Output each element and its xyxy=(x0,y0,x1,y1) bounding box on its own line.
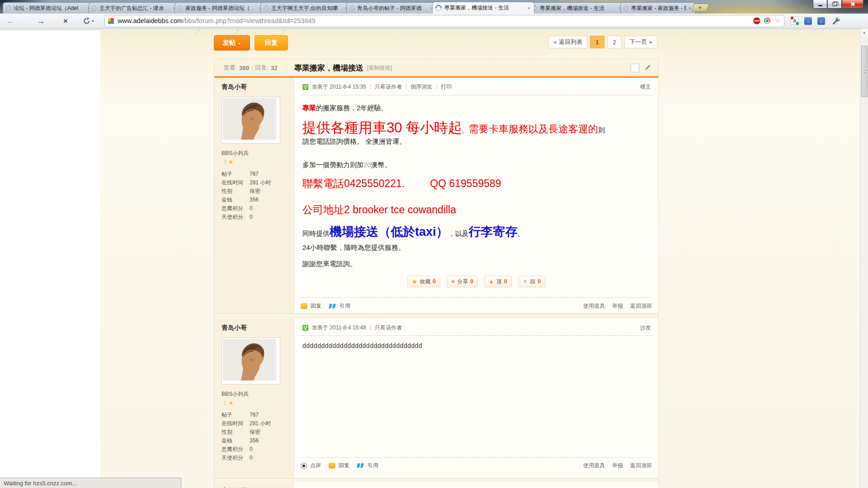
user-stat-row: 帖子767 xyxy=(222,411,294,419)
url-host: www.adelaidebbs.com xyxy=(118,17,183,24)
restore-icon xyxy=(832,2,837,6)
quote-icon[interactable] xyxy=(329,304,336,309)
download-extension-icon[interactable]: ↓ xyxy=(817,17,825,25)
back-to-list-button[interactable]: ◀ 返回列表 xyxy=(548,36,587,48)
reply-bubble-icon[interactable] xyxy=(329,463,335,469)
quote-link[interactable]: 引用 xyxy=(340,302,350,310)
vote-button-vote_heart[interactable]: ♥分享0 xyxy=(447,276,478,287)
post-3: 青岛小哥 发表于 2011-8-4 15:50 |只看该作者 板凳 xyxy=(214,482,658,488)
post-header: 发表于 2011-8-4 15:48 |只看该作者 沙发 xyxy=(302,324,651,332)
browser-tab-3[interactable]: 家政服务 - 阿德莱德论坛（× xyxy=(175,2,266,14)
user-rank: BBS小列兵 xyxy=(222,150,294,157)
tab-title: 專業搬家，機場接送 - 生活 xyxy=(444,4,525,12)
restore-button[interactable] xyxy=(827,0,842,9)
status-bar: Waiting for hzs5.cnzz.com... xyxy=(0,478,181,488)
use-item-link[interactable]: 使用道具 xyxy=(583,462,605,469)
reload-icon xyxy=(83,18,90,24)
user-stats: 帖子767在线时间281 小时性别保密金钱356恶魔积分0天使积分0 xyxy=(222,411,294,462)
browser-tab-6[interactable]: 專業搬家，機場接送 - 生活× xyxy=(432,2,534,14)
user-medals: ☽ ★ xyxy=(222,159,294,165)
page-1-button[interactable]: 1 xyxy=(590,36,604,48)
reply-link[interactable]: 回复 xyxy=(339,462,349,469)
wrench-menu-icon[interactable] xyxy=(832,17,840,25)
avatar[interactable] xyxy=(222,338,280,385)
copy-link[interactable]: [复制链接] xyxy=(367,64,392,72)
adblock-icon[interactable]: ABP xyxy=(753,18,760,24)
close-icon xyxy=(850,1,855,7)
new-tab-button[interactable]: + xyxy=(691,4,709,12)
browser-tab-4[interactable]: 王天宇啊王天宇,你的良知哪× xyxy=(260,2,352,14)
tab-title: 王天宇的广告贴总汇 - 灌水 xyxy=(99,5,171,12)
globe-favicon-icon xyxy=(349,5,355,11)
page-2-button[interactable]: 2 xyxy=(607,36,622,48)
browser-tab-5[interactable]: 青岛小哥的帖子 - 阿德莱德× xyxy=(346,2,438,14)
reply-thread-button[interactable]: 回复 xyxy=(255,35,288,51)
use-item-link[interactable]: 使用道具 xyxy=(583,302,605,310)
loading-spinner-icon xyxy=(434,4,443,13)
vote-button-vote_up[interactable]: ▲顶0 xyxy=(484,276,512,287)
quote-icon[interactable] xyxy=(357,463,364,469)
next-page-button[interactable]: 下一页 ▶ xyxy=(624,36,657,48)
edit-pencil-icon[interactable] xyxy=(644,64,651,71)
vote-up-icon: ▲ xyxy=(489,278,494,285)
username[interactable]: 青岛小哥 xyxy=(222,324,294,332)
tab-close-icon[interactable]: × xyxy=(527,5,531,11)
forward-icon[interactable]: → xyxy=(37,17,45,25)
post-gap xyxy=(214,314,658,319)
browser-tab-7[interactable]: 專業搬家，機場接送 - 生活× xyxy=(529,2,626,14)
quote-link[interactable]: 引用 xyxy=(368,462,378,469)
post-2-content: 发表于 2011-8-4 15:48 |只看该作者 沙发 ddddddddddd… xyxy=(294,319,658,478)
browser-tab-1[interactable]: 论坛 - 阿德莱德论坛（Adel× xyxy=(3,2,94,14)
address-bar[interactable]: www.adelaidebbs.com/bbs/forum.php?mod=vi… xyxy=(104,15,784,27)
share-extension-icon[interactable]: → xyxy=(804,17,812,25)
scrollbar-thumb[interactable] xyxy=(861,46,868,97)
new-post-button[interactable]: 发帖▼ xyxy=(214,35,250,51)
reload-dropdown-icon[interactable]: ▼ xyxy=(91,19,94,23)
views-count: 389 xyxy=(239,65,249,71)
back-to-top-link[interactable]: 返回顶部 xyxy=(630,462,652,469)
reply-bubble-icon[interactable] xyxy=(301,303,307,309)
username[interactable]: 青岛小哥 xyxy=(222,83,294,91)
window-controls xyxy=(813,0,863,9)
chrome-ball-icon[interactable] xyxy=(764,18,770,24)
translate-icon[interactable]: A xyxy=(791,17,799,25)
tab-title: 论坛 - 阿德莱德论坛（Adel xyxy=(14,5,85,12)
comment-link[interactable]: 点评 xyxy=(310,462,321,469)
browser-tab-8[interactable]: 專業搬家 - 家政服务 - 阿德× xyxy=(620,2,695,14)
comment-cup-icon[interactable] xyxy=(301,463,307,469)
user-rank: BBS小列兵 xyxy=(222,390,294,398)
report-link[interactable]: 举报 xyxy=(612,462,623,469)
post-header-link[interactable]: 只看该作者 xyxy=(375,83,402,91)
reply-link[interactable]: 回复 xyxy=(311,302,321,310)
post-header-link[interactable]: 打印 xyxy=(441,83,452,91)
browser-tab-2[interactable]: 王天宇的广告贴总汇 - 灌水× xyxy=(89,2,180,14)
post-header-link[interactable]: 只看该作者 xyxy=(375,324,402,332)
minimize-button[interactable] xyxy=(813,0,827,9)
avatar[interactable] xyxy=(222,97,280,144)
tab-title: 專業搬家，機場接送 - 生活 xyxy=(540,5,617,12)
report-link[interactable]: 举报 xyxy=(612,302,623,310)
vertical-scrollbar[interactable]: ▲ xyxy=(860,28,868,488)
post-body-line: 公司地址2 brooker tce cowandilla xyxy=(302,203,456,217)
thread-title: 專業搬家，機場接送 xyxy=(294,63,363,73)
user-stat-row: 恶魔积分0 xyxy=(222,204,294,213)
vote-button-vote_star[interactable]: ★收藏0 xyxy=(407,276,440,287)
back-icon[interactable]: ← xyxy=(6,17,15,25)
site-favicon xyxy=(108,18,114,24)
user-stats: 帖子767在线时间281 小时性别保密金钱356恶魔积分0天使积分0 xyxy=(222,170,294,221)
tab-title: 專業搬家 - 家政服务 - 阿德 xyxy=(631,5,686,12)
scroll-up-icon[interactable]: ▲ xyxy=(860,28,868,36)
user-stat-row: 帖子767 xyxy=(222,170,294,178)
close-button[interactable] xyxy=(842,0,863,9)
post-header-link[interactable]: 倒序浏览 xyxy=(410,83,432,91)
stop-icon[interactable]: × xyxy=(63,17,68,25)
post-time: 发表于 2011-8-4 15:48 xyxy=(312,324,366,332)
thread-checkbox[interactable] xyxy=(631,64,639,72)
back-to-top-link[interactable]: 返回顶部 xyxy=(630,302,652,310)
bookmark-star-icon[interactable]: ☆ xyxy=(774,17,780,25)
pagination: ◀ 返回列表 1 2 下一页 ▶ xyxy=(548,36,657,48)
reload-button[interactable]: ▼ xyxy=(83,18,94,24)
user-stat-row: 性别保密 xyxy=(222,187,294,196)
vote-button-vote_down[interactable]: ▼踩0 xyxy=(518,276,546,287)
user-stat-row: 在线时间281 小时 xyxy=(222,178,294,187)
